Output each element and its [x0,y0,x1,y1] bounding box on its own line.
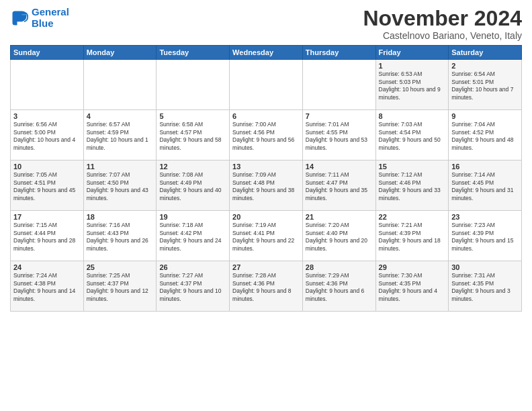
cell-week3-day4: 13Sunrise: 7:09 AM Sunset: 4:48 PM Dayli… [230,161,303,211]
cell-week4-day6: 22Sunrise: 7:21 AM Sunset: 4:39 PM Dayli… [375,211,449,261]
day-info: Sunrise: 7:23 AM Sunset: 4:39 PM Dayligh… [451,222,519,253]
cell-week5-day7: 30Sunrise: 7:31 AM Sunset: 4:35 PM Dayli… [449,261,522,312]
day-number: 20 [232,213,300,221]
day-number: 2 [451,62,519,70]
cell-week1-day6: 1Sunrise: 6:53 AM Sunset: 5:03 PM Daylig… [375,60,449,110]
header-friday: Friday [375,46,449,60]
day-info: Sunrise: 7:31 AM Sunset: 4:35 PM Dayligh… [451,272,519,303]
day-number: 9 [451,112,519,120]
cell-week3-day7: 16Sunrise: 7:14 AM Sunset: 4:45 PM Dayli… [449,161,522,211]
day-number: 19 [159,213,226,221]
cell-week5-day3: 26Sunrise: 7:27 AM Sunset: 4:37 PM Dayli… [157,261,230,312]
day-info: Sunrise: 7:20 AM Sunset: 4:40 PM Dayligh… [306,222,373,253]
cell-week4-day4: 20Sunrise: 7:19 AM Sunset: 4:41 PM Dayli… [230,211,303,261]
week-row-3: 10Sunrise: 7:05 AM Sunset: 4:51 PM Dayli… [11,161,522,211]
day-info: Sunrise: 7:21 AM Sunset: 4:39 PM Dayligh… [379,222,446,253]
calendar-subtitle: Castelnovo Bariano, Veneto, Italy [363,30,522,41]
day-info: Sunrise: 7:11 AM Sunset: 4:47 PM Dayligh… [306,171,373,202]
day-number: 26 [159,263,226,271]
cell-week5-day2: 25Sunrise: 7:25 AM Sunset: 4:37 PM Dayli… [83,261,157,312]
cell-week3-day1: 10Sunrise: 7:05 AM Sunset: 4:51 PM Dayli… [11,161,84,211]
day-info: Sunrise: 7:09 AM Sunset: 4:48 PM Dayligh… [232,171,300,202]
cell-week1-day3 [157,60,230,110]
logo: General Blue [10,7,69,29]
day-info: Sunrise: 6:58 AM Sunset: 4:57 PM Dayligh… [159,121,226,152]
day-info: Sunrise: 7:08 AM Sunset: 4:49 PM Dayligh… [159,171,226,202]
day-number: 8 [379,112,446,120]
week-row-1: 1Sunrise: 6:53 AM Sunset: 5:03 PM Daylig… [11,60,522,110]
cell-week4-day1: 17Sunrise: 7:15 AM Sunset: 4:44 PM Dayli… [11,211,84,261]
header: General Blue November 2024 Castelnovo Ba… [10,7,522,41]
cell-week3-day2: 11Sunrise: 7:07 AM Sunset: 4:50 PM Dayli… [83,161,157,211]
cell-week2-day2: 4Sunrise: 6:57 AM Sunset: 4:59 PM Daylig… [83,110,157,161]
day-number: 24 [13,263,81,271]
day-info: Sunrise: 7:28 AM Sunset: 4:36 PM Dayligh… [232,272,300,303]
day-info: Sunrise: 7:01 AM Sunset: 4:55 PM Dayligh… [306,121,373,152]
calendar-header: Sunday Monday Tuesday Wednesday Thursday… [11,46,522,60]
day-info: Sunrise: 7:29 AM Sunset: 4:36 PM Dayligh… [306,272,373,303]
header-thursday: Thursday [302,46,375,60]
week-row-5: 24Sunrise: 7:24 AM Sunset: 4:38 PM Dayli… [11,261,522,312]
cell-week1-day2 [83,60,157,110]
day-number: 25 [87,263,154,271]
cell-week1-day7: 2Sunrise: 6:54 AM Sunset: 5:01 PM Daylig… [449,60,522,110]
day-number: 10 [13,163,81,171]
calendar-title: November 2024 [363,7,522,30]
logo-icon [10,9,29,28]
day-info: Sunrise: 7:03 AM Sunset: 4:54 PM Dayligh… [379,121,446,152]
cell-week1-day1 [11,60,84,110]
day-number: 29 [379,263,446,271]
day-info: Sunrise: 7:18 AM Sunset: 4:42 PM Dayligh… [159,222,226,253]
day-info: Sunrise: 7:05 AM Sunset: 4:51 PM Dayligh… [13,171,81,202]
cell-week3-day5: 14Sunrise: 7:11 AM Sunset: 4:47 PM Dayli… [302,161,375,211]
calendar-body: 1Sunrise: 6:53 AM Sunset: 5:03 PM Daylig… [11,60,522,312]
day-number: 30 [451,263,519,271]
logo-line2: Blue [32,18,69,30]
page-container: General Blue November 2024 Castelnovo Ba… [0,0,532,315]
logo-line1: General [32,6,69,17]
header-sunday: Sunday [11,46,84,60]
day-info: Sunrise: 6:56 AM Sunset: 5:00 PM Dayligh… [13,121,81,152]
day-number: 14 [306,163,373,171]
day-info: Sunrise: 6:54 AM Sunset: 5:01 PM Dayligh… [451,71,519,101]
cell-week4-day7: 23Sunrise: 7:23 AM Sunset: 4:39 PM Dayli… [449,211,522,261]
day-number: 18 [87,213,154,221]
cell-week4-day2: 18Sunrise: 7:16 AM Sunset: 4:43 PM Dayli… [83,211,157,261]
week-row-4: 17Sunrise: 7:15 AM Sunset: 4:44 PM Dayli… [11,211,522,261]
day-info: Sunrise: 7:19 AM Sunset: 4:41 PM Dayligh… [232,222,300,253]
cell-week2-day5: 7Sunrise: 7:01 AM Sunset: 4:55 PM Daylig… [302,110,375,161]
day-info: Sunrise: 7:14 AM Sunset: 4:45 PM Dayligh… [451,171,519,202]
week-row-2: 3Sunrise: 6:56 AM Sunset: 5:00 PM Daylig… [11,110,522,161]
cell-week1-day5 [302,60,375,110]
cell-week2-day6: 8Sunrise: 7:03 AM Sunset: 4:54 PM Daylig… [375,110,449,161]
day-info: Sunrise: 7:27 AM Sunset: 4:37 PM Dayligh… [159,272,226,303]
cell-week2-day1: 3Sunrise: 6:56 AM Sunset: 5:00 PM Daylig… [11,110,84,161]
day-number: 23 [451,213,519,221]
day-number: 7 [306,112,373,120]
day-info: Sunrise: 7:30 AM Sunset: 4:35 PM Dayligh… [379,272,446,303]
day-number: 11 [87,163,154,171]
day-info: Sunrise: 7:00 AM Sunset: 4:56 PM Dayligh… [232,121,300,152]
day-number: 22 [379,213,446,221]
day-info: Sunrise: 7:16 AM Sunset: 4:43 PM Dayligh… [87,222,154,253]
cell-week4-day3: 19Sunrise: 7:18 AM Sunset: 4:42 PM Dayli… [157,211,230,261]
day-info: Sunrise: 7:07 AM Sunset: 4:50 PM Dayligh… [87,171,154,202]
header-row: Sunday Monday Tuesday Wednesday Thursday… [11,46,522,60]
cell-week3-day6: 15Sunrise: 7:12 AM Sunset: 4:46 PM Dayli… [375,161,449,211]
cell-week2-day7: 9Sunrise: 7:04 AM Sunset: 4:52 PM Daylig… [449,110,522,161]
day-number: 17 [13,213,81,221]
header-saturday: Saturday [449,46,522,60]
day-number: 28 [306,263,373,271]
cell-week2-day3: 5Sunrise: 6:58 AM Sunset: 4:57 PM Daylig… [157,110,230,161]
day-info: Sunrise: 6:57 AM Sunset: 4:59 PM Dayligh… [87,121,154,152]
day-number: 15 [379,163,446,171]
header-tuesday: Tuesday [157,46,230,60]
header-wednesday: Wednesday [230,46,303,60]
cell-week3-day3: 12Sunrise: 7:08 AM Sunset: 4:49 PM Dayli… [157,161,230,211]
day-number: 6 [232,112,300,120]
day-info: Sunrise: 7:12 AM Sunset: 4:46 PM Dayligh… [379,171,446,202]
day-info: Sunrise: 7:24 AM Sunset: 4:38 PM Dayligh… [13,272,81,303]
cell-week5-day5: 28Sunrise: 7:29 AM Sunset: 4:36 PM Dayli… [302,261,375,312]
logo-text: General Blue [32,7,69,29]
day-number: 12 [159,163,226,171]
